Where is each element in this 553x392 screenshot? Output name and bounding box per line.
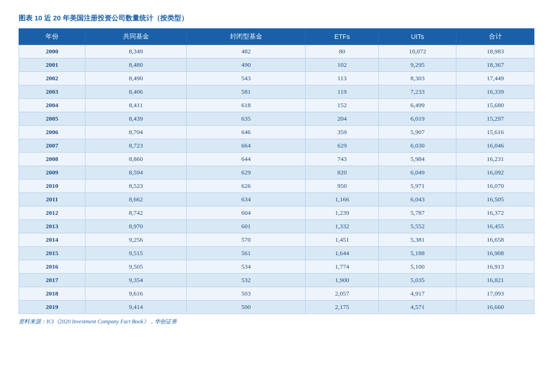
table-data-cell: 16,913 [456, 260, 534, 274]
table-year-cell: 2008 [19, 153, 85, 166]
table-data-cell: 119 [306, 85, 379, 99]
table-data-cell: 8,349 [85, 45, 186, 58]
table-header-cell: 年份 [19, 29, 85, 45]
table-row: 20078,7236646296,03016,046 [19, 139, 534, 153]
table-data-cell: 601 [187, 220, 306, 233]
table-data-cell: 16,658 [456, 233, 534, 247]
table-data-cell: 16,070 [456, 180, 534, 193]
table-row: 20068,7046463595,90715,616 [19, 126, 534, 139]
table-data-cell: 503 [187, 287, 306, 301]
table-year-cell: 2007 [19, 139, 85, 153]
table-data-cell: 204 [306, 112, 379, 126]
table-data-cell: 18,983 [456, 45, 534, 58]
table-row: 20088,8606447435,98416,231 [19, 153, 534, 166]
table-data-cell: 8,490 [85, 72, 186, 85]
table-data-cell: 5,787 [378, 206, 456, 220]
table-data-cell: 618 [187, 99, 306, 112]
table-data-cell: 534 [187, 260, 306, 274]
table-year-cell: 2015 [19, 247, 85, 260]
table-data-cell: 5,552 [378, 220, 456, 233]
table-data-cell: 490 [187, 58, 306, 72]
table-data-cell: 9,256 [85, 233, 186, 247]
table-data-cell: 8,523 [85, 180, 186, 193]
table-data-cell: 16,092 [456, 166, 534, 180]
table-data-cell: 570 [187, 233, 306, 247]
table-row: 20098,5946298206,04916,092 [19, 166, 534, 180]
table-data-cell: 9,295 [378, 58, 456, 72]
table-data-cell: 4,917 [378, 287, 456, 301]
table-data-cell: 8,303 [378, 72, 456, 85]
table-data-cell: 604 [187, 206, 306, 220]
table-data-cell: 18,367 [456, 58, 534, 72]
table-data-cell: 2,175 [306, 301, 379, 314]
table-data-cell: 646 [187, 126, 306, 139]
table-data-cell: 5,907 [378, 126, 456, 139]
table-data-cell: 1,332 [306, 220, 379, 233]
table-data-cell: 80 [306, 45, 379, 58]
table-data-cell: 9,515 [85, 247, 186, 260]
table-row: 20149,2565701,4515,38116,658 [19, 233, 534, 247]
chart-title: 图表 10 近 20 年美国注册投资公司数量统计（按类型） [19, 14, 534, 23]
table-data-cell: 543 [187, 72, 306, 85]
table-data-cell: 634 [187, 193, 306, 206]
table-row: 20018,4804901029,29518,367 [19, 58, 534, 72]
table-data-cell: 6,019 [378, 112, 456, 126]
table-year-cell: 2003 [19, 85, 85, 99]
table-year-cell: 2001 [19, 58, 85, 72]
table-data-cell: 1,451 [306, 233, 379, 247]
table-data-cell: 15,680 [456, 99, 534, 112]
table-data-cell: 1,900 [306, 274, 379, 287]
table-data-cell: 7,233 [378, 85, 456, 99]
table-data-cell: 1,774 [306, 260, 379, 274]
data-table: 年份共同基金封闭型基金ETFsUITs合计 20008,3494828010,0… [19, 28, 534, 314]
table-data-cell: 359 [306, 126, 379, 139]
table-row: 20038,4065811197,23316,339 [19, 85, 534, 99]
table-data-cell: 5,984 [378, 153, 456, 166]
table-row: 20169,5055341,7745,10016,913 [19, 260, 534, 274]
table-year-cell: 2016 [19, 260, 85, 274]
table-data-cell: 15,297 [456, 112, 534, 126]
chart-title-prefix: 图表 10 [19, 14, 42, 22]
table-year-cell: 2006 [19, 126, 85, 139]
table-data-cell: 8,742 [85, 206, 186, 220]
table-data-cell: 743 [306, 153, 379, 166]
table-data-cell: 15,616 [456, 126, 534, 139]
table-row: 20189,6165032,0574,91717,093 [19, 287, 534, 301]
table-data-cell: 17,449 [456, 72, 534, 85]
table-data-cell: 561 [187, 247, 306, 260]
table-data-cell: 4,571 [378, 301, 456, 314]
table-data-cell: 5,035 [378, 274, 456, 287]
table-data-cell: 5,971 [378, 180, 456, 193]
table-data-cell: 1,166 [306, 193, 379, 206]
table-year-cell: 2011 [19, 193, 85, 206]
table-data-cell: 5,381 [378, 233, 456, 247]
table-data-cell: 629 [187, 166, 306, 180]
table-data-cell: 8,411 [85, 99, 186, 112]
table-header-cell: UITs [378, 29, 456, 45]
table-data-cell: 1,239 [306, 206, 379, 220]
table-data-cell: 8,594 [85, 166, 186, 180]
table-header-cell: 封闭型基金 [187, 29, 306, 45]
table-row: 20159,5155611,6445,18816,908 [19, 247, 534, 260]
table-data-cell: 6,499 [378, 99, 456, 112]
table-row: 20048,4116181526,49915,680 [19, 99, 534, 112]
table-data-cell: 16,821 [456, 274, 534, 287]
table-data-cell: 8,406 [85, 85, 186, 99]
table-data-cell: 6,043 [378, 193, 456, 206]
table-data-cell: 5,100 [378, 260, 456, 274]
table-data-cell: 1,644 [306, 247, 379, 260]
table-data-cell: 8,704 [85, 126, 186, 139]
table-data-cell: 16,372 [456, 206, 534, 220]
table-data-cell: 10,072 [378, 45, 456, 58]
table-row: 20128,7426041,2395,78716,372 [19, 206, 534, 220]
table-header-cell: 共同基金 [85, 29, 186, 45]
table-year-cell: 2012 [19, 206, 85, 220]
table-data-cell: 482 [187, 45, 306, 58]
table-year-cell: 2013 [19, 220, 85, 233]
table-year-cell: 2004 [19, 99, 85, 112]
table-data-cell: 8,723 [85, 139, 186, 153]
table-data-cell: 581 [187, 85, 306, 99]
table-data-cell: 6,030 [378, 139, 456, 153]
table-year-cell: 2019 [19, 301, 85, 314]
table-data-cell: 9,414 [85, 301, 186, 314]
